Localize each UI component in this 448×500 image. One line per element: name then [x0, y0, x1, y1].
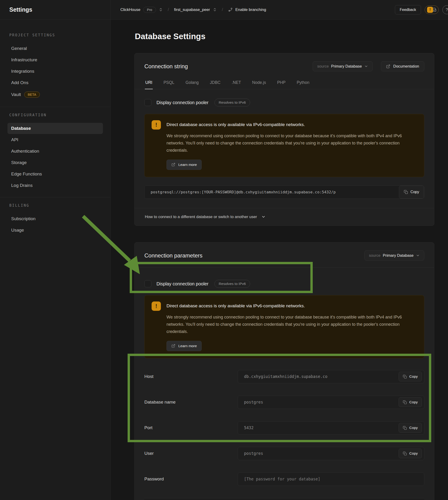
copy-icon [403, 400, 407, 404]
password-field[interactable] [238, 472, 424, 486]
sidebar-section-project-settings: PROJECT SETTINGS General Infrastructure … [0, 33, 110, 101]
display-connection-pooler-label: Display connection pooler [157, 281, 208, 287]
database-name-field[interactable]: postgres Copy [238, 396, 424, 409]
connection-string-title: Connection string [144, 63, 188, 70]
org-name: ClickHouse [120, 7, 140, 12]
chevrons-up-down-icon[interactable] [213, 8, 217, 12]
help-button[interactable]: ? [442, 5, 448, 14]
user-value: postgres [238, 451, 263, 456]
tab-jdbc[interactable]: JDBC [209, 78, 221, 89]
tab-php[interactable]: PHP [277, 78, 286, 89]
display-connection-pooler-label: Display connection pooler [157, 100, 208, 105]
resolves-to-ipv6-badge: Resolves to IPv6 [214, 280, 250, 288]
sidebar-item-storage[interactable]: Storage [7, 157, 103, 168]
host-field-row: Host db.cxhygiuitamxhniiddjm.supabase.co… [144, 370, 424, 383]
source-select[interactable]: source Primary Database [364, 250, 424, 261]
host-field[interactable]: db.cxhygiuitamxhniiddjm.supabase.co Copy [238, 370, 424, 383]
question-mark-icon: ? [446, 7, 448, 12]
external-link-icon [171, 163, 175, 167]
port-field-row: Port 5432 Copy [144, 421, 424, 434]
breadcrumb: ClickHouse Pro / first_supabase_peer / E… [120, 7, 266, 13]
connection-uri-field[interactable]: postgresql://postgres:[YOUR-PASSWORD]@db… [144, 185, 424, 199]
connection-parameters-card: Connection parameters source Primary Dat… [134, 242, 434, 500]
page-header-title: Settings [9, 6, 32, 13]
tab-python[interactable]: Python [296, 78, 310, 89]
database-name-value: postgres [238, 400, 263, 404]
sidebar-item-database[interactable]: Database [7, 123, 103, 134]
database-name-field-row: Database name postgres Copy [144, 396, 424, 409]
learn-more-button[interactable]: Learn more [166, 160, 202, 170]
copy-host-button[interactable]: Copy [399, 372, 422, 382]
chevron-down-icon [261, 215, 266, 219]
connect-help-label: How to connect to a different database o… [145, 215, 257, 219]
tab-psql[interactable]: PSQL [163, 78, 175, 89]
source-value: Primary Database [383, 253, 414, 258]
password-label: Password [144, 476, 238, 482]
tab-nodejs[interactable]: Node.js [252, 78, 266, 89]
copy-port-button[interactable]: Copy [399, 423, 422, 433]
source-select[interactable]: source Primary Database [313, 61, 373, 71]
sidebar-item-usage[interactable]: Usage [7, 225, 103, 236]
warning-body: We strongly recommend using connection p… [166, 314, 416, 335]
connect-help-expander[interactable]: How to connect to a different database o… [135, 208, 434, 226]
header-settings-section: Settings [0, 0, 111, 19]
sidebar-item-authentication[interactable]: Authentication [7, 146, 103, 157]
user-field-row: User postgres Copy [144, 447, 424, 460]
database-name-label: Database name [144, 400, 238, 405]
copy-user-button[interactable]: Copy [399, 449, 422, 458]
sidebar-item-integrations[interactable]: Integrations [7, 66, 103, 77]
display-connection-pooler-checkbox[interactable] [144, 280, 151, 287]
sidebar-item-subscription[interactable]: Subscription [7, 213, 103, 224]
sidebar-divider [0, 107, 110, 107]
copy-icon [403, 451, 407, 455]
chevrons-up-down-icon[interactable] [159, 8, 163, 12]
ipv6-warning-callout: ! Direct database access is only availab… [144, 114, 424, 177]
learn-more-button[interactable]: Learn more [166, 341, 202, 351]
warning-title: Direct database access is only available… [166, 120, 305, 127]
breadcrumb-project[interactable]: first_supabase_peer [174, 7, 217, 12]
display-connection-pooler-checkbox[interactable] [144, 99, 151, 106]
beta-badge: BETA [24, 92, 40, 98]
copy-icon [404, 190, 408, 194]
source-value: Primary Database [331, 64, 362, 68]
tab-dotnet[interactable]: .NET [231, 78, 241, 89]
feedback-button[interactable]: Feedback [395, 5, 421, 15]
sidebar-item-log-drains[interactable]: Log Drains [7, 180, 103, 191]
port-value: 5432 [238, 425, 254, 430]
documentation-button[interactable]: Documentation [381, 61, 424, 71]
sidebar-item-edge-functions[interactable]: Edge Functions [7, 168, 103, 180]
port-field[interactable]: 5432 Copy [238, 421, 424, 434]
resolves-to-ipv6-badge: Resolves to IPv6 [214, 99, 250, 106]
connection-string-tabs: URI PSQL Golang JDBC .NET Node.js PHP Py… [135, 78, 434, 89]
source-label: source [369, 253, 381, 258]
port-label: Port [144, 425, 238, 430]
sidebar-item-vault[interactable]: Vault BETA [7, 88, 103, 101]
sidebar-item-infrastructure[interactable]: Infrastructure [7, 54, 103, 66]
connection-uri-value: postgresql://postgres:[YOUR-PASSWORD]@db… [144, 190, 336, 194]
breadcrumb-org[interactable]: ClickHouse Pro [120, 7, 163, 13]
external-link-icon [171, 344, 175, 348]
card-footer [144, 498, 424, 500]
user-field[interactable]: postgres Copy [238, 447, 424, 460]
section-label-billing: BILLING [9, 203, 101, 208]
ipv6-warning-callout: ! Direct database access is only availab… [144, 295, 424, 358]
password-field-row: Password [144, 472, 424, 486]
sidebar-section-billing: BILLING Subscription Usage [0, 203, 110, 236]
host-label: Host [144, 374, 238, 379]
notifications-button[interactable]: ! [425, 6, 439, 14]
tab-uri[interactable]: URI [145, 78, 153, 89]
sidebar-item-api[interactable]: API [7, 134, 103, 145]
copy-uri-button[interactable]: Copy [399, 186, 424, 199]
main-content: Database Settings Connection string sour… [111, 19, 448, 500]
tab-golang[interactable]: Golang [185, 78, 199, 89]
sidebar-item-general[interactable]: General [7, 43, 103, 54]
copy-database-name-button[interactable]: Copy [399, 397, 422, 407]
enable-branching-button[interactable]: Enable branching [228, 7, 266, 12]
host-value: db.cxhygiuitamxhniiddjm.supabase.co [238, 374, 327, 379]
settings-sidebar: PROJECT SETTINGS General Infrastructure … [0, 19, 111, 500]
password-input[interactable] [238, 473, 424, 485]
breadcrumb-separator: / [168, 7, 169, 12]
alert-badge-icon: ! [427, 7, 433, 13]
sidebar-item-add-ons[interactable]: Add Ons [7, 77, 103, 88]
breadcrumb-separator: / [222, 7, 223, 12]
